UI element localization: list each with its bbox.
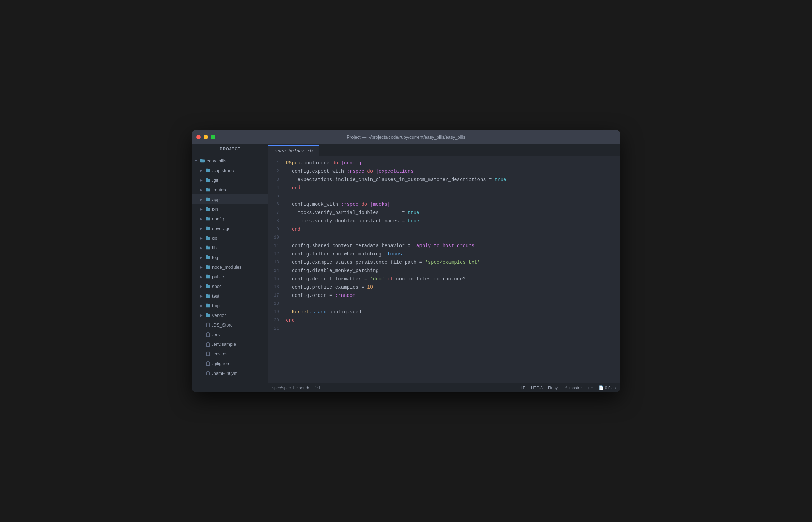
code-line-9: end [286,225,620,233]
item-label: coverage [212,226,230,231]
status-download-icon: ↓ ↑ [587,385,593,390]
arrow-right-icon: ▶ [199,293,204,298]
line-numbers: 12345 678910 1112131415 1617181920 21 [268,156,283,383]
window: Project — ~/projects/code/ruby/current/e… [192,130,620,392]
sidebar-item-bin[interactable]: ▶ bin [192,204,268,214]
code-line-5 [286,192,620,200]
close-button[interactable] [196,135,201,139]
arrow-right-icon: ▶ [199,216,204,221]
status-position: 1:1 [315,385,320,390]
item-label: .env.test [212,351,229,357]
sidebar-item-routes[interactable]: ▶ .routes [192,185,268,194]
sidebar-item-app[interactable]: ▶ app [192,194,268,204]
code-line-6: config.mock_with :rspec do |mocks| [286,200,620,209]
code-line-14: config.disable_monkey_patching! [286,267,620,275]
code-line-3: expectations.include_chain_clauses_in_cu… [286,175,620,184]
sidebar-item-test[interactable]: ▶ test [192,291,268,301]
code-line-1: RSpec.configure do |config| [286,159,620,167]
item-label: .env [212,332,221,337]
traffic-lights [196,135,215,139]
branch-label[interactable]: master [569,385,582,390]
sidebar-item-vendor[interactable]: ▶ vendor [192,310,268,320]
folder-icon [205,216,211,221]
item-label: bin [212,207,218,212]
arrow-right-icon: ▶ [199,313,204,318]
sidebar-item-node-modules[interactable]: ▶ node_modules [192,262,268,272]
item-label: log [212,255,218,260]
item-label: lib [212,245,217,250]
folder-icon [205,254,211,260]
code-line-16: config.profile_examples = 10 [286,283,620,291]
folder-icon [205,206,211,212]
status-right: LF UTF-8 Ruby ⎇ master ↓ ↑ 📄 0 files [521,385,616,390]
file-icon [205,341,211,347]
code-line-7: mocks.verify_partial_doubles = true [286,209,620,217]
editor-body[interactable]: 12345 678910 1112131415 1617181920 21 RS… [268,156,620,383]
arrow-down-icon: ↓ [587,385,590,390]
file-icon [205,351,211,357]
item-label: public [212,274,224,279]
code-line-8: mocks.verify_doubled_constant_names = tr… [286,217,620,225]
sidebar-item-env-sample[interactable]: ▶ .env.sample [192,339,268,349]
status-branch: ⎇ master [563,385,582,390]
arrow-right-icon: ▶ [199,187,204,192]
item-label: .DS_Store [212,322,233,328]
sidebar-item-env-test[interactable]: ▶ .env.test [192,349,268,359]
encoding-label[interactable]: UTF-8 [531,385,543,390]
editor-area: spec_helper.rb 12345 678910 1112131415 1… [268,144,620,392]
folder-icon [205,225,211,231]
sidebar-item-haml-lint[interactable]: ▶ .haml-lint.yml [192,368,268,378]
folder-icon [205,187,211,192]
arrow-right-icon: ▶ [199,284,204,289]
main-content: Project ▼ easy_bills ▶ .capistrano [192,144,620,392]
sidebar[interactable]: Project ▼ easy_bills ▶ .capistrano [192,144,268,392]
arrow-right-icon: ▶ [199,274,204,279]
line-ending-label[interactable]: LF [521,385,525,390]
sidebar-item-coverage[interactable]: ▶ coverage [192,223,268,233]
sidebar-item-ds-store[interactable]: ▶ .DS_Store [192,320,268,330]
status-files: 📄 0 files [598,385,616,390]
code-line-13: config.example_status_persistence_file_p… [286,258,620,267]
code-line-20: end [286,316,620,324]
sidebar-item-spec[interactable]: ▶ spec [192,281,268,291]
sidebar-header: Project [192,144,268,154]
code-line-12: config.filter_run_when_matching :focus [286,250,620,258]
tree-root[interactable]: ▼ easy_bills [192,156,268,165]
sidebar-item-gitignore[interactable]: ▶ .gitignore [192,359,268,368]
folder-icon [205,177,211,183]
file-count-icon: 📄 [598,385,604,390]
item-label: app [212,197,220,202]
language-label[interactable]: Ruby [548,385,558,390]
arrow-right-icon: ▶ [199,235,204,240]
file-icon [205,332,211,337]
window-title: Project — ~/projects/code/ruby/current/e… [347,134,465,140]
sidebar-item-lib[interactable]: ▶ lib [192,243,268,252]
folder-icon [205,312,211,318]
root-label: easy_bills [207,158,226,163]
code-editor[interactable]: RSpec.configure do |config| config.expec… [283,156,620,383]
folder-icon [205,264,211,270]
sidebar-item-public[interactable]: ▶ public [192,272,268,281]
folder-icon [200,158,205,163]
status-bar: spec/spec_helper.rb 1:1 LF UTF-8 Ruby ⎇ … [268,383,620,392]
folder-icon [205,293,211,299]
minimize-button[interactable] [204,135,208,139]
folder-icon [205,235,211,241]
sidebar-item-git[interactable]: ▶ .git [192,175,268,185]
folder-icon [205,274,211,279]
code-line-19: Kernel.srand config.seed [286,308,620,316]
sidebar-item-log[interactable]: ▶ log [192,252,268,262]
sidebar-item-env[interactable]: ▶ .env [192,330,268,339]
item-label: spec [212,284,221,289]
arrow-right-icon: ▶ [199,303,204,308]
sidebar-item-config[interactable]: ▶ config [192,214,268,223]
sidebar-item-capistrano[interactable]: ▶ .capistrano [192,165,268,175]
maximize-button[interactable] [211,135,215,139]
editor-tab-spec-helper[interactable]: spec_helper.rb [268,145,319,156]
titlebar: Project — ~/projects/code/ruby/current/e… [192,130,620,144]
code-line-17: config.order = :random [286,291,620,300]
code-line-4: end [286,184,620,192]
item-label: .git [212,178,218,183]
sidebar-item-db[interactable]: ▶ db [192,233,268,243]
sidebar-item-tmp[interactable]: ▶ tmp [192,301,268,310]
